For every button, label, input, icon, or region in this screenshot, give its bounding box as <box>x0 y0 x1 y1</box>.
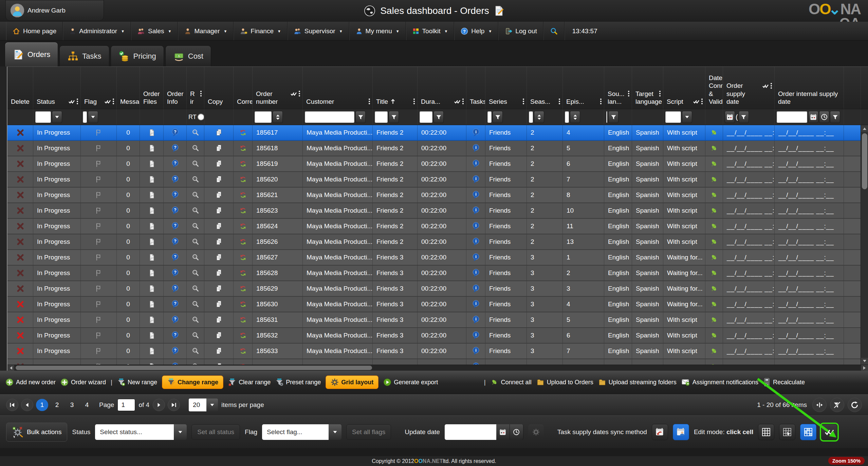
cell-flag[interactable] <box>81 328 117 343</box>
cell-order_info[interactable]: ? <box>164 312 187 327</box>
cell-season[interactable]: 2 <box>527 141 563 156</box>
leaf-icon[interactable] <box>710 238 718 246</box>
order-files-icon[interactable] <box>148 160 155 168</box>
cell-order_internal_supply_date[interactable]: __/__/____ __:__ <box>775 250 844 265</box>
search-icon[interactable] <box>191 347 200 355</box>
column-menu-icon[interactable] <box>600 98 602 104</box>
cell-status[interactable]: In Progress <box>33 141 81 156</box>
cell-corre[interactable] <box>234 312 253 327</box>
col-header-season[interactable]: Seas... <box>527 67 563 109</box>
cell-copy[interactable] <box>204 234 234 249</box>
cell-source_language[interactable]: English <box>604 141 632 156</box>
filter-dd-arrow-icon[interactable] <box>52 111 62 123</box>
message-icon[interactable]: 0 <box>126 160 130 168</box>
cell-series[interactable]: Friends <box>485 250 527 265</box>
leaf-icon[interactable] <box>710 191 718 199</box>
delete-x-icon[interactable] <box>17 269 24 277</box>
cell-season[interactable]: 3 <box>527 281 563 296</box>
sync-method-backward-button[interactable] <box>652 424 668 440</box>
leaf-icon[interactable] <box>710 222 718 230</box>
cell-order_supply_date[interactable]: __/__/____ __:__ <box>723 344 775 358</box>
grid-layout-button[interactable]: Grid layout <box>326 375 378 389</box>
col-header-target_language[interactable]: Targetlanguage <box>632 67 663 109</box>
change-range-button[interactable]: Change range <box>162 375 223 389</box>
flag-icon[interactable] <box>95 253 103 261</box>
cell-delete[interactable] <box>7 141 33 156</box>
cell-duration[interactable]: 00:22:00 <box>418 281 466 296</box>
add-new-order-button[interactable]: Add new order <box>5 378 56 386</box>
order-info-icon[interactable]: ? <box>171 300 179 309</box>
search-icon[interactable] <box>191 285 200 293</box>
cell-order_supply_date[interactable]: __/__/____ __:__ <box>723 234 775 249</box>
cell-order_info[interactable]: ? <box>164 297 187 312</box>
delete-x-icon[interactable] <box>17 160 24 168</box>
page-number-4[interactable]: 4 <box>81 399 93 411</box>
order-info-icon[interactable]: ? <box>171 237 179 246</box>
copy-icon[interactable] <box>215 160 223 168</box>
flag-icon[interactable] <box>95 316 103 324</box>
cell-script[interactable]: Waiting for... <box>663 266 705 280</box>
filter-input[interactable] <box>606 111 608 123</box>
cell-season[interactable]: 2 <box>527 156 563 171</box>
cell-copy[interactable] <box>204 281 234 296</box>
cell-order_internal_supply_date[interactable]: __/__/____ __:__ <box>775 188 844 202</box>
cell-order_number[interactable] <box>253 359 303 365</box>
col-header-date_conn[interactable]: DateConn&Valid <box>705 67 723 109</box>
filter-spinner-icon[interactable] <box>273 111 283 123</box>
column-menu-icon[interactable] <box>628 91 630 97</box>
cell-rir[interactable] <box>187 359 204 365</box>
flag-icon[interactable] <box>95 238 103 246</box>
cell-series[interactable]: Friends <box>485 156 527 171</box>
cell-title[interactable]: Friends 2 <box>373 141 418 156</box>
cell-order_number[interactable]: 185632 <box>253 328 303 343</box>
preset-range-button[interactable]: Preset range <box>275 378 321 386</box>
cell-tasks[interactable]: i <box>466 203 485 218</box>
cell-rir[interactable] <box>187 203 204 218</box>
last-page-button[interactable] <box>168 399 180 411</box>
cell-delete[interactable] <box>7 297 33 312</box>
menu-search-button[interactable] <box>543 22 565 40</box>
filter-input[interactable] <box>254 111 272 123</box>
page-size-select[interactable]: 20 <box>189 399 218 411</box>
cell-flag[interactable] <box>81 156 117 171</box>
cell-order_internal_supply_date[interactable]: __/__/____ __:__ <box>775 328 844 343</box>
cell-script[interactable]: With script <box>663 344 705 358</box>
cell-flag[interactable] <box>81 188 117 202</box>
menu-item-manager[interactable]: Manager▼ <box>178 22 234 40</box>
cell-rir[interactable] <box>187 234 204 249</box>
correction-swap-icon[interactable] <box>239 285 247 293</box>
correction-swap-icon[interactable] <box>239 316 247 324</box>
filter-input[interactable] <box>304 111 355 123</box>
cell-order_number[interactable]: 185629 <box>253 281 303 296</box>
message-icon[interactable]: 0 <box>126 176 130 183</box>
order-info-icon[interactable]: ? <box>171 347 179 355</box>
cell-order_files[interactable] <box>140 219 164 234</box>
search-icon[interactable] <box>191 222 200 230</box>
cell-episode[interactable]: 8 <box>563 188 604 202</box>
status-select[interactable]: Select status... <box>95 424 187 440</box>
cell-order_internal_supply_date[interactable]: __/__/____ __:__ <box>775 297 844 312</box>
cell-date_conn[interactable] <box>705 344 723 358</box>
cell-status[interactable]: In Progress <box>33 266 81 280</box>
leaf-icon[interactable] <box>710 269 718 277</box>
column-menu-icon[interactable] <box>76 98 78 104</box>
refresh-button[interactable] <box>848 398 862 412</box>
delete-x-icon[interactable] <box>17 176 24 183</box>
cell-tasks[interactable]: i <box>466 125 485 140</box>
col-header-order_info[interactable]: OrderInfo <box>164 67 187 109</box>
cell-delete[interactable] <box>7 203 33 218</box>
menu-item-home-page[interactable]: Home page <box>6 22 63 40</box>
copy-icon[interactable] <box>215 238 223 246</box>
search-icon[interactable] <box>191 300 200 308</box>
cell-order_internal_supply_date[interactable]: __/__/____ __:__ <box>775 266 844 280</box>
cell-season[interactable]: 2 <box>527 188 563 202</box>
cell-copy[interactable] <box>204 266 234 280</box>
menu-item-supervisor[interactable]: Supervisor▼ <box>288 22 349 40</box>
cell-flag[interactable] <box>81 172 117 187</box>
cell-title[interactable]: Friends 3 <box>373 297 418 312</box>
cell-copy[interactable] <box>204 219 234 234</box>
leaf-icon[interactable] <box>710 300 718 308</box>
cell-order_info[interactable]: ? <box>164 234 187 249</box>
bulk-actions-button[interactable]: Bulk actions <box>6 423 67 442</box>
cell-order_number[interactable]: 185619 <box>253 156 303 171</box>
